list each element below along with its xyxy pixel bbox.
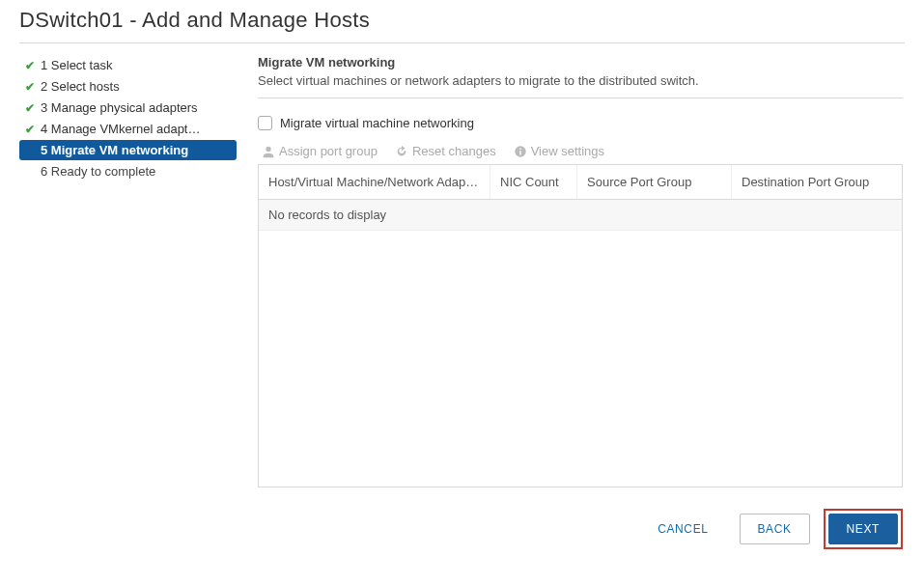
wizard-step-3[interactable]: ✔ 3 Manage physical adapters <box>19 97 237 118</box>
back-button[interactable]: BACK <box>740 514 810 544</box>
wizard-step-4[interactable]: ✔ 4 Manage VMkernel adapt… <box>19 119 237 139</box>
step-label: 2 Select hosts <box>41 79 120 94</box>
column-header-host[interactable]: Host/Virtual Machine/Network Adapter <box>259 165 490 199</box>
wizard-header: DSwitch01 - Add and Manage Hosts <box>19 0 905 43</box>
reset-icon <box>395 145 408 158</box>
wizard-step-5[interactable]: ✔ 5 Migrate VM networking <box>19 140 237 160</box>
svg-rect-2 <box>519 151 520 154</box>
check-icon: ✔ <box>25 101 41 115</box>
step-label: 3 Manage physical adapters <box>41 100 198 115</box>
table-toolbar: Assign port group Reset changes View set… <box>258 144 903 158</box>
check-icon: ✔ <box>25 123 41 136</box>
toolbar-label: Reset changes <box>412 144 496 158</box>
assign-port-group-button: Assign port group <box>262 144 378 158</box>
empty-state-text: No records to display <box>259 200 902 231</box>
toolbar-label: Assign port group <box>279 144 378 158</box>
step-label: 6 Ready to complete <box>25 164 155 179</box>
view-settings-button: View settings <box>514 144 604 158</box>
migrate-vm-checkbox-row[interactable]: Migrate virtual machine networking <box>258 116 903 130</box>
reset-changes-button: Reset changes <box>395 144 496 158</box>
section-header: Migrate VM networking Select virtual mac… <box>258 55 903 98</box>
step-label: 1 Select task <box>41 58 112 72</box>
svg-rect-3 <box>519 148 520 150</box>
table-body: No records to display <box>259 200 902 487</box>
page-title: DSwitch01 - Add and Manage Hosts <box>19 8 905 33</box>
step-label: 4 Manage VMkernel adapt… <box>41 122 200 136</box>
wizard-content: Migrate VM networking Select virtual mac… <box>237 55 905 487</box>
toolbar-label: View settings <box>531 144 604 158</box>
table-header-row: Host/Virtual Machine/Network Adapter NIC… <box>259 165 902 200</box>
user-port-icon <box>262 145 275 158</box>
section-title: Migrate VM networking <box>258 55 903 70</box>
wizard-step-1[interactable]: ✔ 1 Select task <box>19 55 237 75</box>
wizard-step-2[interactable]: ✔ 2 Select hosts <box>19 76 237 97</box>
vm-network-table: Host/Virtual Machine/Network Adapter NIC… <box>258 164 903 487</box>
check-icon: ✔ <box>25 59 41 72</box>
column-header-destination-port-group[interactable]: Destination Port Group <box>732 165 902 199</box>
wizard-footer: CANCEL BACK NEXT <box>19 509 905 549</box>
next-button-highlight: NEXT <box>824 509 903 549</box>
wizard-steps-sidebar: ✔ 1 Select task ✔ 2 Select hosts ✔ 3 Man… <box>19 55 237 487</box>
column-header-source-port-group[interactable]: Source Port Group <box>577 165 732 199</box>
wizard-step-6: 6 Ready to complete <box>19 161 237 181</box>
column-header-nic-count[interactable]: NIC Count <box>490 165 577 199</box>
section-description: Select virtual machines or network adapt… <box>258 73 903 88</box>
cancel-button[interactable]: CANCEL <box>640 514 725 543</box>
info-icon <box>514 145 527 158</box>
checkbox-label: Migrate virtual machine networking <box>280 116 474 130</box>
checkbox-icon[interactable] <box>258 116 272 130</box>
svg-point-0 <box>266 146 270 151</box>
next-button[interactable]: NEXT <box>828 514 898 544</box>
step-label: 5 Migrate VM networking <box>41 143 188 157</box>
check-icon: ✔ <box>25 144 41 157</box>
check-icon: ✔ <box>25 80 41 94</box>
